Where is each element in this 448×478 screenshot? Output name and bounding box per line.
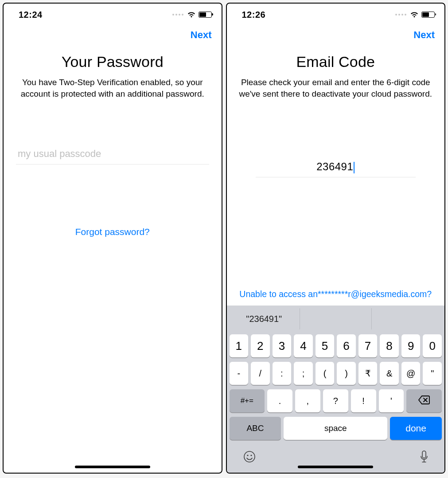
keyboard: "236491" 1 2 3 4 5 6 7 8 9 0 - / : ; ( )… <box>227 306 445 473</box>
next-button[interactable]: Next <box>191 29 212 41</box>
nav-bar: Next <box>227 21 445 45</box>
key-8[interactable]: 8 <box>380 334 399 357</box>
page-title: Email Code <box>296 53 375 71</box>
battery-icon <box>199 12 212 18</box>
code-input[interactable]: 236491 <box>256 157 416 177</box>
key-dash[interactable]: - <box>230 362 249 385</box>
screen-password: 12:24 Next Your Password You have Two-St… <box>3 3 222 474</box>
nav-bar: Next <box>4 21 222 45</box>
keyboard-suggestions: "236491" <box>229 308 443 329</box>
key-5[interactable]: 5 <box>316 334 335 357</box>
key-7[interactable]: 7 <box>358 334 378 357</box>
keyboard-row-4: ABC space done <box>229 415 443 442</box>
svg-point-0 <box>244 451 255 462</box>
cellular-dots-icon <box>395 14 406 16</box>
suggestion-1[interactable]: "236491" <box>229 308 300 329</box>
cellular-dots-icon <box>172 14 183 16</box>
key-close-paren[interactable]: ) <box>337 362 356 385</box>
key-colon[interactable]: : <box>273 362 292 385</box>
key-period[interactable]: . <box>267 389 292 412</box>
unable-access-link[interactable]: Unable to access an*********r@igeeksmedi… <box>238 289 433 306</box>
key-9[interactable]: 9 <box>401 334 421 357</box>
code-input-wrap: 236491 <box>256 157 416 177</box>
home-indicator[interactable] <box>298 466 373 468</box>
status-time: 12:24 <box>19 10 43 20</box>
key-exclaim[interactable]: ! <box>351 389 376 412</box>
password-input[interactable] <box>16 144 209 165</box>
status-icons <box>172 12 212 18</box>
key-rupee[interactable]: ₹ <box>358 362 378 385</box>
key-1[interactable]: 1 <box>230 334 249 357</box>
text-caret <box>354 162 355 173</box>
key-4[interactable]: 4 <box>294 334 313 357</box>
key-apostrophe[interactable]: ' <box>379 389 404 412</box>
key-space[interactable]: space <box>284 417 387 440</box>
status-bar: 12:26 <box>227 4 445 21</box>
key-0[interactable]: 0 <box>423 334 442 357</box>
svg-rect-3 <box>422 451 426 458</box>
home-indicator[interactable] <box>75 466 150 468</box>
status-time: 12:26 <box>242 10 266 20</box>
key-semicolon[interactable]: ; <box>294 362 313 385</box>
key-3[interactable]: 3 <box>273 334 292 357</box>
wifi-icon <box>187 12 196 18</box>
battery-icon <box>421 12 435 18</box>
keyboard-row-2: - / : ; ( ) ₹ & @ " <box>229 360 443 387</box>
key-slash[interactable]: / <box>251 362 270 385</box>
page-subtitle: Please check your email and enter the 6-… <box>236 77 436 99</box>
screen-email-code: 12:26 Next Email Code Please check your … <box>226 3 446 474</box>
key-abc[interactable]: ABC <box>230 417 281 440</box>
emoji-icon[interactable] <box>243 450 256 466</box>
key-done[interactable]: done <box>390 417 442 440</box>
key-ampersand[interactable]: & <box>380 362 399 385</box>
password-input-wrap <box>12 144 213 165</box>
keyboard-row-1: 1 2 3 4 5 6 7 8 9 0 <box>229 332 443 360</box>
key-comma[interactable]: , <box>295 389 320 412</box>
keyboard-row-3: #+= . , ? ! ' <box>229 387 443 415</box>
svg-point-2 <box>250 454 252 456</box>
forgot-password-link[interactable]: Forgot password? <box>75 227 150 237</box>
key-backspace[interactable] <box>406 389 442 412</box>
code-value: 236491 <box>316 161 353 172</box>
status-bar: 12:24 <box>4 4 222 21</box>
suggestion-3[interactable] <box>372 308 443 329</box>
backspace-icon <box>418 394 430 408</box>
key-6[interactable]: 6 <box>337 334 356 357</box>
mic-icon[interactable] <box>420 450 429 466</box>
svg-point-1 <box>247 454 248 456</box>
key-question[interactable]: ? <box>323 389 348 412</box>
key-at[interactable]: @ <box>401 362 421 385</box>
page-subtitle: You have Two-Step Verification enabled, … <box>12 77 213 99</box>
key-quote[interactable]: " <box>423 362 442 385</box>
key-2[interactable]: 2 <box>251 334 270 357</box>
key-open-paren[interactable]: ( <box>316 362 335 385</box>
suggestion-2[interactable] <box>300 308 372 329</box>
content: Email Code Please check your email and e… <box>227 45 445 306</box>
next-button[interactable]: Next <box>413 29 435 41</box>
status-icons <box>395 12 435 18</box>
page-title: Your Password <box>62 53 164 71</box>
wifi-icon <box>410 12 419 18</box>
key-symbols[interactable]: #+= <box>230 389 265 412</box>
content: Your Password You have Two-Step Verifica… <box>4 45 222 473</box>
